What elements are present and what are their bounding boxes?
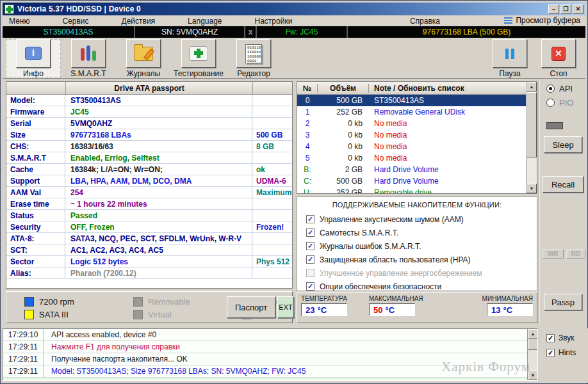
menu-item-меню[interactable]: Меню xyxy=(9,17,29,26)
log-time: 17:29:11 xyxy=(3,355,43,364)
menu-item-help[interactable]: Справка xyxy=(410,17,440,26)
passport-button[interactable]: Паспорт xyxy=(227,296,275,318)
passport-row[interactable]: S.M.A.R.TEnabled, Errlog, Selftest xyxy=(6,152,292,164)
device-row[interactable]: B:2 GBHard Drive Volume xyxy=(297,164,526,175)
passport-row[interactable]: Cache16384k; L/A=ON; Wr=ON;ok xyxy=(6,164,292,175)
passport-row[interactable]: Size976773168 LBAs500 GB xyxy=(6,129,292,141)
device-row[interactable]: 30 kbNo media xyxy=(297,129,526,141)
sound-checkbox[interactable] xyxy=(546,334,555,342)
pio-radio-icon[interactable] xyxy=(546,99,555,107)
menu-item-buffer-view[interactable]: Просмотр буфера xyxy=(504,16,580,25)
logs-button[interactable]: Журналы xyxy=(116,39,171,78)
menu-item-сервис[interactable]: Сервис xyxy=(62,17,88,26)
feature-checkbox[interactable] xyxy=(306,215,314,223)
passport-row-value: Pharaoh (7200.12) xyxy=(65,268,252,278)
passport-row-label: SCT: xyxy=(6,244,65,255)
temperature-value: 50 xyxy=(373,305,382,315)
hints-checkbox-row[interactable]: Hints xyxy=(546,348,576,357)
device-row[interactable]: 50 kbNo media xyxy=(297,152,526,164)
pause-button[interactable]: Пауза xyxy=(486,39,534,78)
log-row: 17:29:11Нажмите F1 для получения справки xyxy=(3,341,537,353)
feature-checkbox[interactable] xyxy=(306,269,314,277)
activity-led xyxy=(546,122,563,129)
header-size[interactable]: Объём xyxy=(318,84,369,93)
editor-button[interactable]: Редактор xyxy=(226,39,281,78)
passport-row[interactable]: Erase time~ 1 hours 22 minutes xyxy=(6,198,292,210)
device-size: 252 GB xyxy=(318,108,369,116)
feature-item[interactable]: Управление акустическим шумом (AAM) xyxy=(297,212,537,226)
header-num[interactable]: № xyxy=(297,84,318,93)
feature-checkbox[interactable] xyxy=(306,255,314,264)
passp-button[interactable]: Passp xyxy=(544,294,582,310)
sound-checkbox-row[interactable]: Звук xyxy=(546,333,575,342)
test-label: Тестирование xyxy=(174,69,224,78)
pio-radio[interactable]: PIO xyxy=(546,98,573,108)
close-button[interactable]: ✕ xyxy=(573,4,584,14)
feature-checkbox[interactable] xyxy=(306,282,314,291)
maximize-button[interactable]: ❐ xyxy=(560,4,571,14)
device-num: 3 xyxy=(297,131,318,140)
api-radio-icon[interactable] xyxy=(546,84,555,93)
scroll-thumb[interactable] xyxy=(528,339,538,350)
sleep-button[interactable]: Sleep xyxy=(544,136,582,153)
device-note: No media xyxy=(369,142,526,151)
passport-row[interactable]: SectorLogic 512 bytesPhys 512 xyxy=(6,256,292,268)
feature-item[interactable]: Самотесты S.M.A.R.T. xyxy=(297,226,537,239)
hints-checkbox[interactable] xyxy=(546,349,555,357)
ext-button[interactable]: EXT xyxy=(277,296,294,318)
test-button[interactable]: Тестирование xyxy=(171,39,226,78)
log-scrollbar[interactable] xyxy=(527,329,537,380)
scroll-thumb[interactable] xyxy=(527,92,537,157)
feature-checkbox[interactable] xyxy=(306,242,314,250)
device-size: 2 GB xyxy=(318,165,369,174)
device-row[interactable]: U:252 GBRemovable drive xyxy=(297,187,526,193)
device-num: C: xyxy=(297,177,318,186)
victoria-window: Victoria 5.37 HDD/SSD | Device 0 – ❐ ✕ М… xyxy=(0,0,588,384)
stop-button[interactable]: Стоп xyxy=(534,39,583,78)
passport-row[interactable]: SCT:AC1, AC2, AC3, AC4, AC5 xyxy=(6,244,292,256)
api-radio[interactable]: API xyxy=(546,84,573,93)
header-note-refresh[interactable]: Note / Обновить список xyxy=(369,84,537,93)
menu-item-language[interactable]: Language xyxy=(188,17,222,26)
passport-row[interactable]: FirmwareJC45 xyxy=(6,106,292,118)
scroll-up-icon[interactable] xyxy=(528,329,538,339)
feature-item[interactable]: Улучшенное управление энергосбережением xyxy=(297,266,537,280)
passport-row[interactable]: Model:ST3500413AS xyxy=(6,95,292,106)
passport-row-extra: UDMA-6 xyxy=(252,177,292,186)
feature-item[interactable]: Защищенная область пользователя (HPA) xyxy=(297,253,537,266)
scroll-up-icon[interactable] xyxy=(527,82,537,92)
recall-button[interactable]: Recall xyxy=(543,176,584,193)
passport-row[interactable]: SecurityOFF, FrozenFrozen! xyxy=(6,221,292,233)
passport-row-extra: 500 GB xyxy=(252,131,292,140)
temperature-group: МАКСИМАЛЬНАЯ50°C xyxy=(369,295,423,316)
device-row[interactable]: 40 kbNo media xyxy=(297,141,526,152)
device-row[interactable]: C:500 GBHard Drive Volume xyxy=(297,175,526,187)
info-button[interactable]: Инфо xyxy=(6,39,61,78)
passport-row[interactable]: Serial5VMQ0AHZ xyxy=(6,118,292,129)
passport-row[interactable]: Alias:Pharaoh (7200.12) xyxy=(6,268,292,279)
feature-item[interactable]: Опции обеспечения безопасности xyxy=(297,280,537,293)
device-list-scrollbar[interactable] xyxy=(526,82,537,193)
menu-item-настройки[interactable]: Настройки xyxy=(255,17,293,26)
scroll-down-icon[interactable] xyxy=(528,371,538,380)
device-row[interactable]: 20 kbNo media xyxy=(297,118,526,129)
infobar-close-x[interactable]: x xyxy=(245,26,256,38)
passport-row[interactable]: AAM Val254Maximum xyxy=(6,187,292,198)
features-title: ПОДДЕРЖИВАЕМЫЕ НАКОПИТЕЛЕМ ФУНКЦИИ: xyxy=(297,197,537,209)
passport-row[interactable]: CHS:16383/16/638 GB xyxy=(6,141,292,152)
scroll-down-icon[interactable] xyxy=(527,184,537,193)
hints-label: Hints xyxy=(559,348,576,357)
passport-row[interactable]: StatusPassed xyxy=(6,210,292,221)
passport-row-value: Logic 512 bytes xyxy=(65,256,252,267)
passport-row-label: Serial xyxy=(6,118,65,129)
device-row[interactable]: 0500 GBST3500413AS xyxy=(297,95,526,106)
feature-checkbox[interactable] xyxy=(306,228,314,237)
smart-button[interactable]: S.M.A.R.T xyxy=(61,39,116,78)
feature-item[interactable]: Журналы ошибок S.M.A.R.T. xyxy=(297,239,537,253)
minimize-button[interactable]: – xyxy=(548,4,559,14)
passport-row[interactable]: SupportLBA, HPA, AAM, DLM, DCO, DMAUDMA-… xyxy=(6,175,292,187)
menu-item-действия[interactable]: Действия xyxy=(122,17,156,26)
passport-row[interactable]: ATA-8:SATA3, NCQ, PEC, SCT, SFDLM, WrUnk… xyxy=(6,233,292,244)
device-row[interactable]: 1252 GBRemovable General UDisk xyxy=(297,106,526,118)
log-time: 17:29:11 xyxy=(3,367,43,376)
